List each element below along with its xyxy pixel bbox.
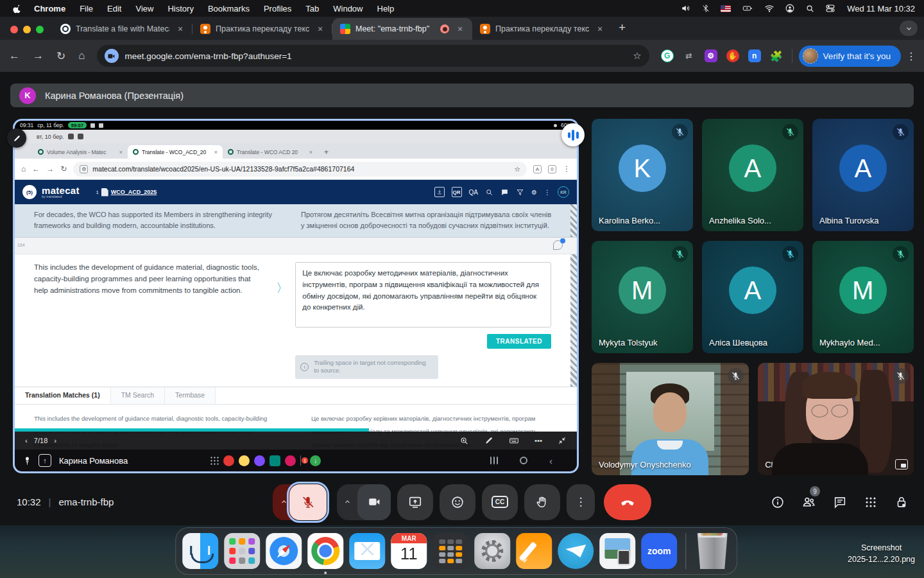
- home-nav-icon[interactable]: [520, 457, 527, 464]
- menu-view[interactable]: View: [135, 4, 153, 13]
- comment-bubble-icon[interactable]: [553, 240, 563, 250]
- zoom-window-button[interactable]: [36, 26, 44, 33]
- shared-reload-icon[interactable]: ↻: [60, 164, 67, 173]
- participant-tile[interactable]: M Mykhaylo Med...: [812, 241, 914, 353]
- tab-tm-search[interactable]: TM Search: [111, 387, 165, 404]
- leave-call-button[interactable]: [604, 484, 651, 520]
- host-controls-button[interactable]: [894, 495, 909, 509]
- settings-gear-icon[interactable]: ⚙: [531, 189, 537, 196]
- annotate-pencil-button[interactable]: [7, 128, 26, 148]
- trash-dock-icon[interactable]: [694, 533, 730, 569]
- shared-address-bar[interactable]: ⚙ matecat.com/translate/wcoacd2025/en-US…: [73, 162, 527, 177]
- tab-moodle-2[interactable]: Практика перекладу текстів ×: [472, 18, 612, 40]
- pages-dock-icon[interactable]: [516, 533, 552, 569]
- system-settings-dock-icon[interactable]: [474, 533, 510, 569]
- forward-button[interactable]: →: [33, 49, 44, 62]
- target-editor[interactable]: Це включає розробку методичних матеріалі…: [295, 262, 551, 328]
- zoom-dock-icon[interactable]: zoom: [641, 533, 677, 569]
- presentation-tile[interactable]: 09:31 ср, 11 бер. 59:07 60% вт, 10 бер. …: [13, 119, 579, 473]
- shared-bookmark-star[interactable]: ☆: [515, 165, 520, 173]
- qa-button[interactable]: QA: [469, 189, 478, 196]
- tab-search-button[interactable]: [900, 21, 918, 36]
- matecat-user-avatar[interactable]: KR: [558, 186, 569, 198]
- shared-menu-icon[interactable]: ⋮: [563, 164, 570, 173]
- menu-profiles[interactable]: Profiles: [264, 4, 291, 13]
- close-tab-icon[interactable]: ×: [314, 24, 326, 34]
- camera-toggle-button[interactable]: [357, 484, 391, 520]
- home-button[interactable]: ⌂: [78, 49, 85, 62]
- safari-dock-icon[interactable]: [266, 533, 302, 569]
- translated-button[interactable]: TRANSLATED: [487, 334, 551, 349]
- participant-video-tile[interactable]: Volodymyr Onyshchenko: [592, 363, 749, 475]
- close-window-button[interactable]: [10, 26, 18, 33]
- raise-hand-button[interactable]: [524, 484, 560, 520]
- recents-icon[interactable]: [490, 457, 499, 464]
- filter-icon[interactable]: [516, 188, 524, 197]
- participant-tile[interactable]: M Mykyta Tolstyuk: [592, 241, 693, 353]
- window-controls[interactable]: [0, 26, 53, 40]
- tab-meet-active[interactable]: Meet: "ema-trnb-fbp" ×: [332, 18, 472, 40]
- next-page-icon[interactable]: ›: [54, 437, 56, 444]
- back-nav-icon[interactable]: ‹: [549, 455, 552, 466]
- adblock-extension-icon[interactable]: ✋: [726, 49, 739, 62]
- shared-tab-volume-analysis[interactable]: Volume Analysis - Matec×: [33, 145, 128, 159]
- calendar-dock-icon[interactable]: MAR 11: [391, 533, 427, 569]
- grammarly-extension-icon[interactable]: G: [661, 49, 674, 62]
- captions-button[interactable]: CC: [482, 484, 518, 520]
- matecat-file[interactable]: 1 WCO_ACD_2025: [96, 188, 157, 197]
- reactions-button[interactable]: [440, 484, 475, 520]
- present-button[interactable]: [397, 484, 433, 520]
- close-tab-icon[interactable]: ×: [594, 24, 606, 34]
- new-tab-button[interactable]: +: [612, 21, 635, 40]
- shared-chrome-tabstrip[interactable]: Volume Analysis - Matec× Translate - WCO…: [15, 143, 577, 159]
- meeting-details-button[interactable]: [771, 495, 785, 509]
- picture-in-picture-icon[interactable]: [895, 459, 908, 469]
- segment-active[interactable]: This includes the development of guidanc…: [15, 254, 577, 387]
- tab-termbase[interactable]: Termbase: [165, 387, 216, 404]
- shared-tab-translate-active[interactable]: Translate - WCO_ACD_20×: [128, 145, 223, 159]
- extension-gear-icon[interactable]: ⚙: [705, 49, 717, 62]
- calculator-dock-icon[interactable]: [432, 533, 468, 569]
- collapse-icon[interactable]: [558, 436, 567, 445]
- back-button[interactable]: ←: [9, 49, 20, 62]
- participant-tile[interactable]: A Anzhelika Solo...: [702, 119, 803, 231]
- shared-home-icon[interactable]: ⌂: [21, 164, 26, 173]
- shared-new-tab-button[interactable]: +: [318, 148, 335, 159]
- extension-recycle-icon[interactable]: ⇄: [683, 49, 696, 62]
- close-tab-icon[interactable]: ×: [454, 24, 466, 34]
- segment-previous[interactable]: For decades, the WCO has supported its M…: [15, 204, 577, 238]
- menu-help[interactable]: Help: [377, 4, 395, 13]
- menu-edit[interactable]: Edit: [107, 4, 121, 13]
- chrome-menu-icon[interactable]: ⋮: [906, 50, 916, 62]
- tab-moodle-1[interactable]: Практика перекладу текстів ×: [193, 18, 332, 40]
- screenshot-file-label[interactable]: Screenshot 2025-12...2.20.png: [848, 542, 915, 565]
- wifi-icon[interactable]: [764, 3, 774, 13]
- launchpad-dock-icon[interactable]: [224, 533, 260, 569]
- spotlight-icon[interactable]: [805, 4, 815, 13]
- url-text[interactable]: meet.google.com/ema-trnb-fbp?authuser=1: [125, 51, 627, 61]
- mic-toggle-button[interactable]: [289, 484, 327, 520]
- shared-back-icon[interactable]: ←: [32, 164, 40, 173]
- matecat-menu-icon[interactable]: ⋮: [544, 189, 551, 196]
- comments-icon[interactable]: [501, 188, 509, 197]
- qr-button[interactable]: QR: [452, 187, 462, 197]
- volume-icon[interactable]: [681, 3, 691, 13]
- participant-video-tile[interactable]: Chuhno Chuhno: [758, 363, 914, 475]
- control-center-icon[interactable]: [825, 3, 835, 13]
- chat-button[interactable]: [833, 495, 847, 509]
- people-button[interactable]: 9: [801, 495, 816, 509]
- profile-verify-button[interactable]: Verify that it's you: [799, 46, 901, 67]
- site-settings-icon[interactable]: ⚙: [80, 165, 88, 173]
- address-bar[interactable]: meet.google.com/ema-trnb-fbp?authuser=1 …: [97, 45, 649, 67]
- shared-tab-translate-2[interactable]: Translate - WCO ACD 20×: [223, 145, 318, 159]
- shared-extension-icon[interactable]: 0: [548, 165, 556, 173]
- shield-extension-icon[interactable]: n: [748, 49, 761, 62]
- more-options-button[interactable]: ⋮: [567, 484, 595, 520]
- extensions-puzzle-icon[interactable]: 🧩: [770, 50, 783, 62]
- close-tab-icon[interactable]: ×: [175, 24, 186, 34]
- menu-window[interactable]: Window: [333, 4, 363, 13]
- download-icon[interactable]: [434, 187, 445, 197]
- menubar-clock[interactable]: Wed 11 Mar 10:32: [847, 4, 915, 13]
- reload-button[interactable]: ↻: [56, 49, 65, 63]
- matecat-logo[interactable]: [22, 185, 37, 199]
